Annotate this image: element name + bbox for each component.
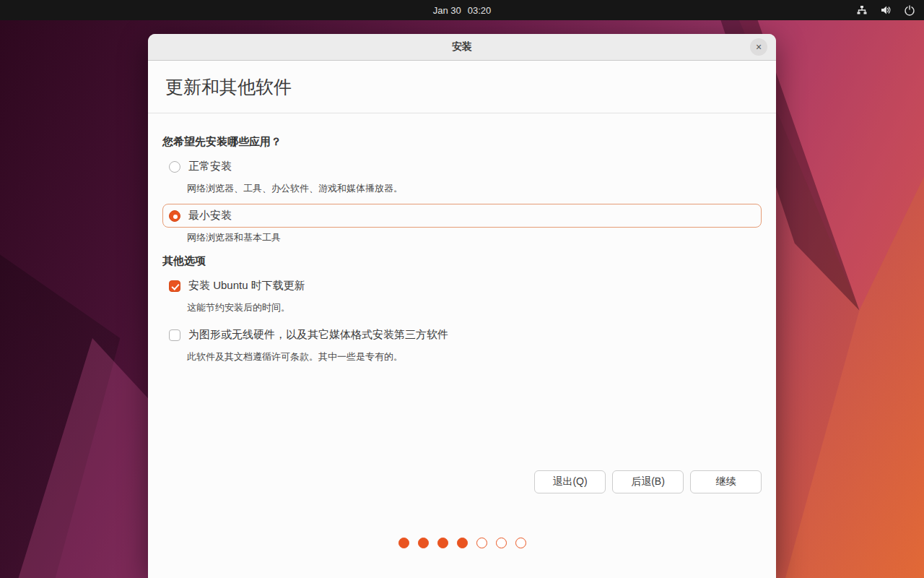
close-icon[interactable]: × bbox=[750, 38, 767, 56]
progress-dot bbox=[418, 538, 429, 548]
other-options-title: 其他选项 bbox=[162, 254, 762, 268]
window-title: 安装 bbox=[452, 40, 472, 53]
checkbox-row-download-updates[interactable]: 安装 Ubuntu 时下载更新 bbox=[162, 274, 762, 298]
radio-normal-install[interactable] bbox=[169, 161, 180, 173]
action-buttons: 退出(Q) 后退(B) 继续 bbox=[534, 470, 762, 493]
page-content: 您希望先安装哪些应用？ 正常安装 网络浏览器、工具、办公软件、游戏和媒体播放器。… bbox=[148, 113, 776, 363]
apps-question: 您希望先安装哪些应用？ bbox=[162, 135, 762, 149]
radio-description: 网络浏览器、工具、办公软件、游戏和媒体播放器。 bbox=[187, 182, 762, 195]
quit-button[interactable]: 退出(Q) bbox=[534, 470, 606, 493]
radio-minimal-install[interactable] bbox=[169, 210, 180, 222]
network-icon[interactable] bbox=[856, 4, 868, 16]
clock-time: 03:20 bbox=[468, 5, 492, 16]
progress-dot bbox=[457, 538, 468, 548]
radio-label: 最小安装 bbox=[188, 209, 232, 223]
volume-icon[interactable] bbox=[880, 4, 892, 16]
checkbox-row-third-party[interactable]: 为图形或无线硬件，以及其它媒体格式安装第三方软件 bbox=[162, 323, 762, 347]
progress-dots bbox=[148, 538, 776, 548]
window-titlebar[interactable]: 安装 × bbox=[148, 34, 776, 61]
progress-dot bbox=[496, 538, 507, 548]
progress-dot bbox=[476, 538, 487, 548]
progress-dot bbox=[437, 538, 448, 548]
clock[interactable]: Jan 30 03:20 bbox=[433, 5, 492, 16]
checkbox-third-party[interactable] bbox=[169, 329, 180, 341]
radio-row-normal-install[interactable]: 正常安装 bbox=[162, 155, 762, 178]
continue-button[interactable]: 继续 bbox=[690, 470, 762, 493]
radio-row-minimal-install[interactable]: 最小安装 bbox=[162, 204, 762, 228]
checkbox-download-updates[interactable] bbox=[169, 280, 180, 292]
checkbox-description: 此软件及其文档遵循许可条款。其中一些是专有的。 bbox=[187, 350, 762, 363]
checkbox-label: 安装 Ubuntu 时下载更新 bbox=[188, 279, 305, 293]
system-tray[interactable] bbox=[856, 0, 915, 20]
installer-window: 安装 × 更新和其他软件 您希望先安装哪些应用？ 正常安装 网络浏览器、工具、办… bbox=[148, 34, 776, 578]
checkbox-description: 这能节约安装后的时间。 bbox=[187, 301, 762, 314]
radio-description: 网络浏览器和基本工具 bbox=[187, 231, 762, 244]
page-title: 更新和其他软件 bbox=[165, 75, 292, 99]
checkbox-label: 为图形或无线硬件，以及其它媒体格式安装第三方软件 bbox=[188, 328, 448, 342]
progress-dot bbox=[398, 538, 409, 548]
back-button[interactable]: 后退(B) bbox=[612, 470, 684, 493]
progress-dot bbox=[515, 538, 526, 548]
power-icon[interactable] bbox=[904, 4, 915, 16]
top-bar: Jan 30 03:20 bbox=[0, 0, 924, 20]
clock-date: Jan 30 bbox=[433, 5, 461, 16]
radio-label: 正常安装 bbox=[188, 160, 232, 173]
page-header: 更新和其他软件 bbox=[148, 61, 776, 113]
